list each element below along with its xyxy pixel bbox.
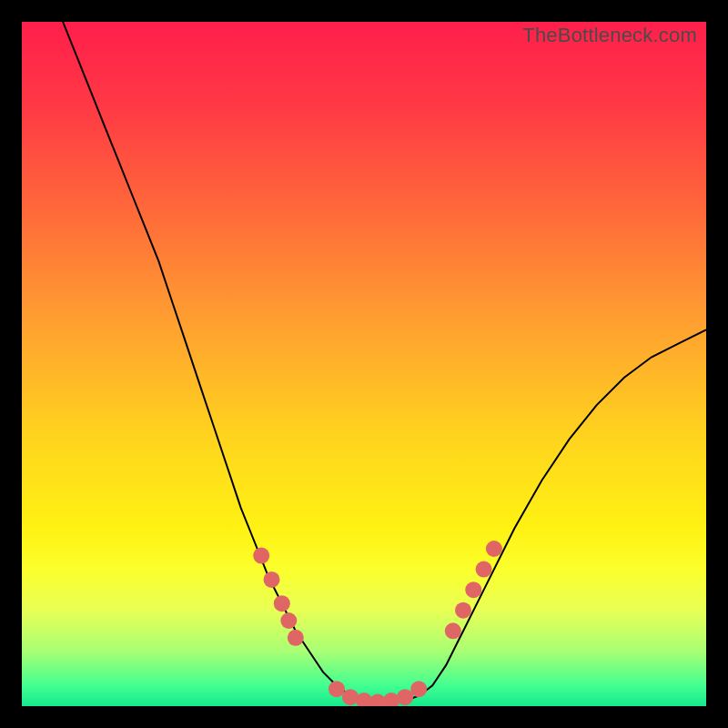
marker-dot xyxy=(329,681,345,697)
marker-dot xyxy=(280,612,297,629)
marker-dot xyxy=(410,681,427,697)
marker-dot xyxy=(476,561,492,578)
marker-dot xyxy=(288,630,304,646)
chart-frame: TheBottleneck.com xyxy=(22,22,706,706)
marker-dot xyxy=(264,571,280,588)
marker-dot xyxy=(445,622,461,639)
marker-dot xyxy=(465,581,481,598)
marker-dot xyxy=(253,548,269,564)
marker-dot xyxy=(397,689,413,705)
marker-dot xyxy=(274,595,290,612)
gradient-background xyxy=(22,22,706,706)
bottleneck-chart xyxy=(22,22,706,706)
marker-dot xyxy=(486,541,502,557)
marker-dot xyxy=(342,689,359,705)
marker-dot xyxy=(455,602,471,619)
watermark-text: TheBottleneck.com xyxy=(522,24,697,47)
